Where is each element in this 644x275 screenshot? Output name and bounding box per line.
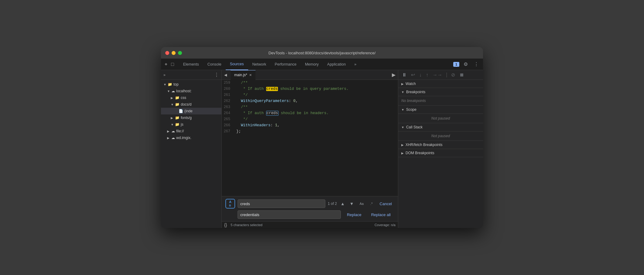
continue-button[interactable]: →→ [431,72,444,78]
sidebar-more-icon[interactable]: ⋮ [214,72,219,78]
cloud-icon-localhost: ☁ [171,89,175,93]
match-case-button[interactable]: Aa [358,201,366,206]
cloud-icon-wd: ☁ [171,136,175,140]
tree-item-wd[interactable]: ▶ ☁ wd.imgix. [161,134,221,141]
settings-icon[interactable]: ⚙ [462,60,470,68]
window-title: DevTools - localhost:8080/docs/devtools/… [269,51,376,55]
minimize-button[interactable] [172,51,176,55]
tab-performance[interactable]: Performance [270,59,301,70]
step-out-button[interactable]: ↑ [425,72,430,78]
tree-item-top[interactable]: ▼ 📁 top [161,81,221,88]
callstack-arrow-icon: ▼ [401,126,404,129]
replace-toggle-label: AB [229,200,231,207]
scope-section-body: Not paused [398,114,483,123]
tree-label-index: (inde [184,109,193,113]
tab-memory[interactable]: Memory [301,59,323,70]
tree-arrow-wd: ▶ [167,136,170,140]
inspect-icon[interactable]: □ [170,60,175,68]
code-line-260: 260 * If auth creds should be in query p… [222,86,398,92]
callstack-section-label: Call Stack [406,125,423,129]
watch-section-header[interactable]: ▶ Watch [398,80,483,88]
editor-tab-label: main.js* [234,73,247,77]
tree-item-css[interactable]: ▶ 📁 css [161,94,221,101]
tree-arrow-file: ▶ [167,130,170,133]
breakpoints-arrow-icon: ▼ [401,90,404,94]
editor-tab-main-js[interactable]: main.js* ✕ [231,70,255,80]
tree-label-file: file:// [176,129,184,133]
regex-button[interactable]: .* [368,201,375,206]
stop-button[interactable]: ⏹ [458,72,465,78]
search-row: AB 1 of 2 ▲ ▼ Aa .* Cancel [225,199,394,209]
callstack-section-header[interactable]: ▼ Call Stack [398,123,483,131]
tree-label-top: top [173,82,179,87]
tree-item-js[interactable]: ▼ 📁 js [161,121,221,128]
file-tree: ▼ 📁 top ▼ ☁ localhost: ▶ 📁 css [161,80,221,228]
cloud-icon-file: ☁ [171,129,175,133]
tree-item-localhost[interactable]: ▼ ☁ localhost: [161,88,221,94]
code-line-261: 261 */ [222,92,398,98]
code-line-265: 265 */ [222,116,398,122]
more-options-icon[interactable]: ⋮ [472,60,481,68]
code-content-264: * If auth creds should be in headers. [234,110,398,116]
tab-sources[interactable]: Sources [226,59,248,70]
replace-all-button[interactable]: Replace all [368,211,394,218]
code-content-263: /** [234,104,398,110]
devtools-window: DevTools - localhost:8080/docs/devtools/… [161,47,483,228]
code-content-260: * If auth creds should be in query param… [234,86,398,92]
maximize-button[interactable] [178,51,182,55]
tab-overflow[interactable]: » [350,59,361,70]
watch-arrow-icon: ▶ [401,82,404,86]
dom-section-label: DOM Breakpoints [406,151,434,155]
replace-button[interactable]: Replace [343,211,365,218]
format-icon[interactable]: {} [224,222,227,227]
tree-item-file[interactable]: ▶ ☁ file:// [161,128,221,134]
close-button[interactable] [165,51,169,55]
pause-button[interactable]: ⏸ [401,72,408,78]
cursor-icon[interactable]: ⌖ [163,60,169,68]
toggle-replace-button[interactable]: AB [225,199,235,209]
search-input[interactable] [238,199,325,208]
step-into-button[interactable]: ↓ [418,72,423,78]
code-line-259: 259 /** [222,80,398,86]
code-content-267: }; [234,128,398,134]
tab-application[interactable]: Application [323,59,350,70]
callstack-section-body: Not paused [398,131,483,141]
tab-network[interactable]: Network [248,59,271,70]
tree-arrow-top: ▼ [163,83,166,86]
deactivate-button[interactable]: ⊘ [450,71,456,78]
line-num-264: 264 [222,110,234,116]
tree-label-js: js [181,122,183,127]
statusbar: {} 5 characters selected Coverage: n/a [222,221,398,228]
step-over-button[interactable]: ↩ [410,71,416,78]
folder-icon-fonts: 📁 [175,116,180,120]
search-prev-button[interactable]: ▲ [339,201,346,207]
search-cancel-button[interactable]: Cancel [377,200,394,207]
sidebar-header: » ⋮ [161,70,221,80]
sidebar-expand-icon[interactable]: » [163,73,166,77]
editor-tab-close-icon[interactable]: ✕ [249,73,252,77]
code-line-262: 262 WithinQueryParameters: 0, [222,98,398,104]
code-line-264: 264 * If auth creds should be in headers… [222,110,398,116]
folder-icon-top: 📁 [168,82,172,87]
search-next-button[interactable]: ▼ [348,201,355,207]
tree-item-docs[interactable]: ▼ 📁 docs/d [161,101,221,108]
run-script-icon[interactable]: ▶ [392,72,396,78]
dom-section-header[interactable]: ▶ DOM Breakpoints [398,149,483,157]
xhr-section-header[interactable]: ▶ XHR/fetch Breakpoints [398,141,483,149]
code-line-263: 263 /** [222,104,398,110]
tab-elements[interactable]: Elements [179,59,203,70]
replace-input[interactable] [238,210,341,219]
tree-label-docs: docs/d [181,102,191,107]
tree-item-index[interactable]: 📄 (inde [161,108,221,114]
line-num-267: 267 [222,128,234,134]
editor-nav-icon[interactable]: ◀ [224,73,227,77]
tab-console[interactable]: Console [203,59,226,70]
code-content-265: */ [234,116,398,122]
line-num-262: 262 [222,98,234,104]
code-content-262: WithinQueryParameters: 0, [234,98,398,104]
line-num-259: 259 [222,80,234,86]
tree-item-fonts[interactable]: ▶ 📁 fonts/g [161,114,221,121]
breakpoints-section-header[interactable]: ▼ Breakpoints [398,88,483,96]
scope-section-header[interactable]: ▼ Scope [398,106,483,114]
watch-section-label: Watch [406,82,416,86]
